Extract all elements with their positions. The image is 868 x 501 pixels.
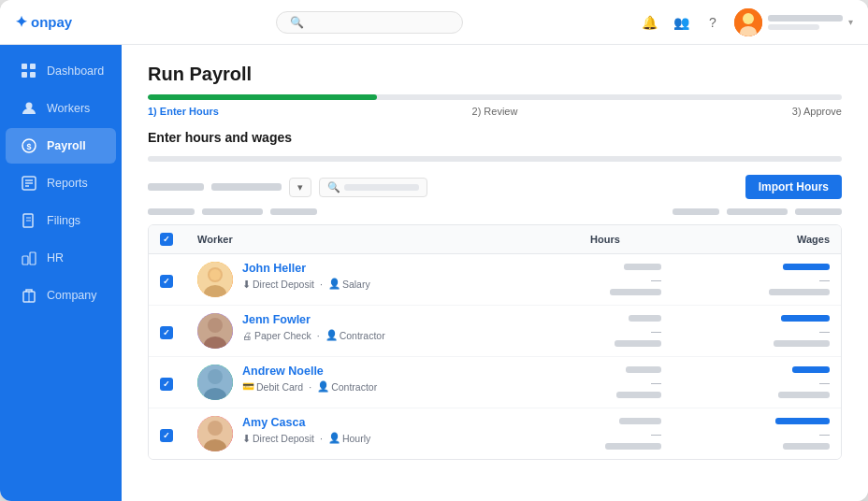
hours-top-bar-4: [619, 418, 661, 424]
user-menu[interactable]: ▾: [734, 8, 853, 36]
svg-rect-17: [22, 256, 28, 265]
payment-type-3: 💳 Debit Card: [242, 380, 303, 393]
row-check-4[interactable]: [160, 425, 197, 442]
toolbar-filter-bar2: [211, 183, 282, 191]
payment-type-1: ⬇ Direct Deposit: [242, 279, 314, 290]
section-bar: [148, 156, 842, 162]
payment-icon-2: 🖨: [242, 330, 253, 341]
search-box[interactable]: 🔍: [276, 11, 463, 34]
payment-icon-4: ⬇: [242, 433, 251, 444]
worker-name-3[interactable]: Andrew Noelle: [242, 365, 377, 378]
header-checkbox[interactable]: [160, 233, 173, 246]
table-header: Worker Hours Wages: [149, 225, 841, 254]
worker-info-3: Andrew Noelle 💳 Debit Card · 👤 Contracto…: [242, 365, 377, 393]
row-checkbox-2[interactable]: [160, 326, 173, 339]
worker-type-1: 👤 Salary: [328, 278, 370, 290]
help-icon[interactable]: ?: [702, 12, 723, 33]
table-row: Jenn Fowler 🖨 Paper Check · 👤 Contractor: [149, 306, 841, 357]
worker-meta-4: ⬇ Direct Deposit · 👤 Hourly: [242, 432, 370, 444]
worker-meta-3: 💳 Debit Card · 👤 Contractor: [242, 380, 377, 393]
svg-rect-3: [22, 64, 27, 69]
sidebar-item-dashboard[interactable]: Dashboard: [6, 53, 116, 89]
search-icon: 🔍: [290, 16, 304, 29]
sidebar-item-payroll[interactable]: $ Payroll: [6, 128, 116, 164]
sidebar-label-dashboard: Dashboard: [47, 64, 104, 78]
hours-dash-3: —: [651, 377, 661, 388]
logo-icon: ✦: [15, 13, 27, 31]
payment-icon-1: ⬇: [242, 279, 251, 290]
page-title: Run Payroll: [148, 64, 842, 85]
row-checkbox-1[interactable]: [160, 275, 173, 288]
hours-bottom-bar-1: [610, 289, 661, 295]
toolbar-search[interactable]: 🔍: [319, 178, 427, 197]
wages-cell-2: —: [680, 315, 830, 347]
worker-type-4: 👤 Hourly: [328, 432, 370, 444]
type-icon-4: 👤: [328, 432, 340, 444]
payment-type-4: ⬇ Direct Deposit: [242, 433, 314, 444]
select-label: ▾: [297, 181, 303, 193]
worker-avatar-4: [197, 416, 233, 451]
th-check[interactable]: [160, 233, 197, 246]
sidebar-item-company[interactable]: Company: [6, 278, 116, 313]
worker-meta-2: 🖨 Paper Check · 👤 Contractor: [242, 329, 385, 341]
worker-avatar-3: [197, 365, 233, 400]
sec-bar-3: [270, 208, 317, 215]
hr-icon: [21, 250, 37, 266]
sidebar-item-reports[interactable]: Reports: [6, 165, 116, 201]
reports-icon: [21, 175, 37, 192]
svg-rect-18: [30, 252, 36, 265]
th-wages: Wages: [680, 234, 830, 245]
wages-bottom-bar-3: [778, 392, 830, 398]
payroll-icon: $: [21, 137, 37, 154]
row-check-3[interactable]: [160, 374, 197, 391]
wages-top-bar-2: [781, 315, 830, 322]
sidebar: Dashboard Workers $ Payro: [0, 45, 122, 501]
wages-cell-3: —: [680, 366, 830, 398]
workers-icon: [21, 100, 37, 117]
worker-type-3: 👤 Contractor: [317, 380, 377, 393]
row-check-2[interactable]: [160, 322, 197, 339]
sidebar-item-hr[interactable]: HR: [6, 240, 116, 276]
wages-top-bar-4: [775, 418, 830, 424]
worker-cell-2: Jenn Fowler 🖨 Paper Check · 👤 Contractor: [197, 313, 530, 349]
svg-point-7: [26, 103, 33, 109]
logo[interactable]: ✦ onpay: [15, 13, 99, 31]
worker-name-2[interactable]: Jenn Fowler: [242, 313, 385, 326]
sidebar-label-workers: Workers: [47, 102, 90, 115]
sidebar-item-filings[interactable]: Filings: [6, 203, 116, 238]
progress-track: [148, 94, 842, 100]
type-icon-1: 👤: [328, 278, 340, 290]
hours-top-bar-1: [624, 264, 661, 270]
wages-bottom-bar-1: [769, 289, 830, 295]
toolbar-select[interactable]: ▾: [289, 178, 311, 197]
search-bar: [344, 184, 419, 191]
th-worker: Worker: [197, 234, 530, 245]
svg-point-32: [208, 421, 223, 436]
sidebar-label-payroll: Payroll: [47, 139, 86, 152]
wages-bottom-bar-4: [783, 443, 830, 450]
sidebar-item-workers[interactable]: Workers: [6, 91, 116, 126]
sec-bar-r1: [673, 208, 719, 215]
worker-name-1[interactable]: John Heller: [242, 262, 370, 275]
page-header: Run Payroll: [148, 64, 842, 85]
sec-bar-2: [202, 208, 263, 215]
sidebar-label-company: Company: [47, 289, 97, 302]
people-icon[interactable]: 👥: [671, 12, 691, 33]
sec-bar-1: [148, 208, 195, 215]
row-checkbox-4[interactable]: [160, 429, 173, 442]
hours-bottom-bar-4: [605, 443, 661, 450]
payment-type-2: 🖨 Paper Check: [242, 330, 311, 341]
hours-dash-2: —: [651, 325, 661, 336]
worker-cell-4: Amy Casca ⬇ Direct Deposit · 👤 Hourly: [197, 416, 530, 451]
worker-name-4[interactable]: Amy Casca: [242, 416, 370, 429]
row-checkbox-3[interactable]: [160, 378, 173, 391]
bell-icon[interactable]: 🔔: [639, 12, 659, 33]
hours-top-bar-2: [629, 315, 661, 322]
wages-cell-4: —: [680, 418, 830, 450]
import-hours-button[interactable]: Import Hours: [745, 175, 842, 199]
worker-meta-1: ⬇ Direct Deposit · 👤 Salary: [242, 278, 370, 290]
sec-right: [673, 208, 842, 215]
row-check-1[interactable]: [160, 271, 197, 288]
wages-dash-2: —: [819, 325, 830, 336]
sidebar-label-hr: HR: [47, 251, 64, 265]
